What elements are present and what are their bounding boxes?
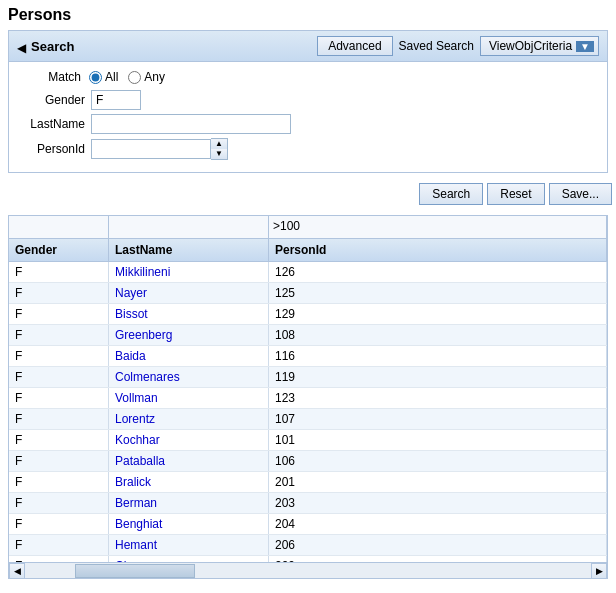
td-lastname[interactable]: Berman xyxy=(109,493,269,513)
td-lastname[interactable]: Nayer xyxy=(109,283,269,303)
td-gender: F xyxy=(9,430,109,450)
viewobj-criteria-button[interactable]: ViewObjCriteria ▼ xyxy=(480,36,599,56)
td-gender: F xyxy=(9,367,109,387)
td-lastname[interactable]: Vollman xyxy=(109,388,269,408)
table-row[interactable]: FChen209 xyxy=(9,556,607,562)
th-personid: PersonId xyxy=(269,239,607,261)
table-row[interactable]: FHemant206 xyxy=(9,535,607,556)
table-row[interactable]: FKochhar101 xyxy=(9,430,607,451)
td-personid: 209 xyxy=(269,556,607,562)
td-gender: F xyxy=(9,556,109,562)
td-personid: 129 xyxy=(269,304,607,324)
td-personid: 116 xyxy=(269,346,607,366)
table-row[interactable]: FPataballa106 xyxy=(9,451,607,472)
match-all-radio[interactable] xyxy=(89,71,102,84)
match-radio-group: All Any xyxy=(89,70,165,84)
page-title: Persons xyxy=(0,0,616,26)
td-lastname[interactable]: Colmenares xyxy=(109,367,269,387)
td-gender: F xyxy=(9,283,109,303)
saved-search-label: Saved Search xyxy=(399,39,474,53)
table-row[interactable]: FLorentz107 xyxy=(9,409,607,430)
td-gender: F xyxy=(9,304,109,324)
td-lastname[interactable]: Bralick xyxy=(109,472,269,492)
viewobj-dropdown-arrow[interactable]: ▼ xyxy=(576,41,594,52)
td-lastname[interactable]: Mikkilineni xyxy=(109,262,269,282)
match-all-label: All xyxy=(105,70,118,84)
gender-label: Gender xyxy=(21,93,91,107)
table-row[interactable]: FNayer125 xyxy=(9,283,607,304)
personid-row: PersonId ▲ ▼ xyxy=(21,138,595,160)
table-header: Gender LastName PersonId xyxy=(9,239,607,262)
match-any-radio[interactable] xyxy=(128,71,141,84)
td-personid: 204 xyxy=(269,514,607,534)
collapse-icon[interactable]: ◀ xyxy=(17,41,27,51)
scroll-left-button[interactable]: ◀ xyxy=(9,563,25,579)
table-row[interactable]: FBenghiat204 xyxy=(9,514,607,535)
advanced-button[interactable]: Advanced xyxy=(317,36,392,56)
th-gender: Gender xyxy=(9,239,109,261)
td-lastname[interactable]: Baida xyxy=(109,346,269,366)
scroll-right-button[interactable]: ▶ xyxy=(591,563,607,579)
search-header-left: ◀ Search xyxy=(17,39,74,54)
td-personid: 101 xyxy=(269,430,607,450)
td-gender: F xyxy=(9,409,109,429)
td-lastname[interactable]: Chen xyxy=(109,556,269,562)
search-header-right: Advanced Saved Search ViewObjCriteria ▼ xyxy=(317,36,599,56)
td-gender: F xyxy=(9,346,109,366)
td-lastname[interactable]: Kochhar xyxy=(109,430,269,450)
scroll-thumb[interactable] xyxy=(75,564,195,578)
lastname-input[interactable] xyxy=(91,114,291,134)
personid-increment-button[interactable]: ▲ xyxy=(211,139,227,149)
table-row[interactable]: FColmenares119 xyxy=(9,367,607,388)
td-personid: 119 xyxy=(269,367,607,387)
match-any-option[interactable]: Any xyxy=(128,70,165,84)
scroll-track[interactable] xyxy=(25,563,591,579)
td-gender: F xyxy=(9,535,109,555)
lastname-label: LastName xyxy=(21,117,91,131)
td-lastname[interactable]: Pataballa xyxy=(109,451,269,471)
match-any-label: Any xyxy=(144,70,165,84)
td-lastname[interactable]: Greenberg xyxy=(109,325,269,345)
table-row[interactable]: FMikkilineni126 xyxy=(9,262,607,283)
bottom-scrollbar: ◀ ▶ xyxy=(9,562,607,578)
td-gender: F xyxy=(9,493,109,513)
td-personid: 108 xyxy=(269,325,607,345)
action-row: Search Reset Save... xyxy=(0,177,616,211)
td-personid: 125 xyxy=(269,283,607,303)
td-lastname[interactable]: Bissot xyxy=(109,304,269,324)
save-button[interactable]: Save... xyxy=(549,183,612,205)
table-row[interactable]: FBerman203 xyxy=(9,493,607,514)
match-label: Match xyxy=(21,70,81,84)
th-lastname: LastName xyxy=(109,239,269,261)
td-gender: F xyxy=(9,262,109,282)
search-button[interactable]: Search xyxy=(419,183,483,205)
table-body: FMikkilineni126FNayer125FBissot129FGreen… xyxy=(9,262,607,562)
viewobj-text: ViewObjCriteria xyxy=(485,39,576,53)
personid-label: PersonId xyxy=(21,142,91,156)
table-row[interactable]: FVollman123 xyxy=(9,388,607,409)
filter-personid: >100 xyxy=(269,216,607,238)
td-gender: F xyxy=(9,451,109,471)
gender-input[interactable] xyxy=(91,90,141,110)
reset-button[interactable]: Reset xyxy=(487,183,544,205)
results-area: >100 Gender LastName PersonId FMikkiline… xyxy=(8,215,608,579)
filter-gender xyxy=(9,216,109,238)
table-row[interactable]: FGreenberg108 xyxy=(9,325,607,346)
table-row[interactable]: FBissot129 xyxy=(9,304,607,325)
td-personid: 126 xyxy=(269,262,607,282)
search-panel: ◀ Search Advanced Saved Search ViewObjCr… xyxy=(8,30,608,173)
td-lastname[interactable]: Lorentz xyxy=(109,409,269,429)
td-lastname[interactable]: Benghiat xyxy=(109,514,269,534)
td-gender: F xyxy=(9,472,109,492)
lastname-row: LastName xyxy=(21,114,595,134)
table-row[interactable]: FBaida116 xyxy=(9,346,607,367)
personid-input[interactable] xyxy=(91,139,211,159)
search-panel-header: ◀ Search Advanced Saved Search ViewObjCr… xyxy=(9,31,607,62)
match-row: Match All Any xyxy=(21,70,595,84)
td-lastname[interactable]: Hemant xyxy=(109,535,269,555)
td-gender: F xyxy=(9,514,109,534)
td-gender: F xyxy=(9,325,109,345)
match-all-option[interactable]: All xyxy=(89,70,118,84)
personid-decrement-button[interactable]: ▼ xyxy=(211,149,227,159)
table-row[interactable]: FBralick201 xyxy=(9,472,607,493)
